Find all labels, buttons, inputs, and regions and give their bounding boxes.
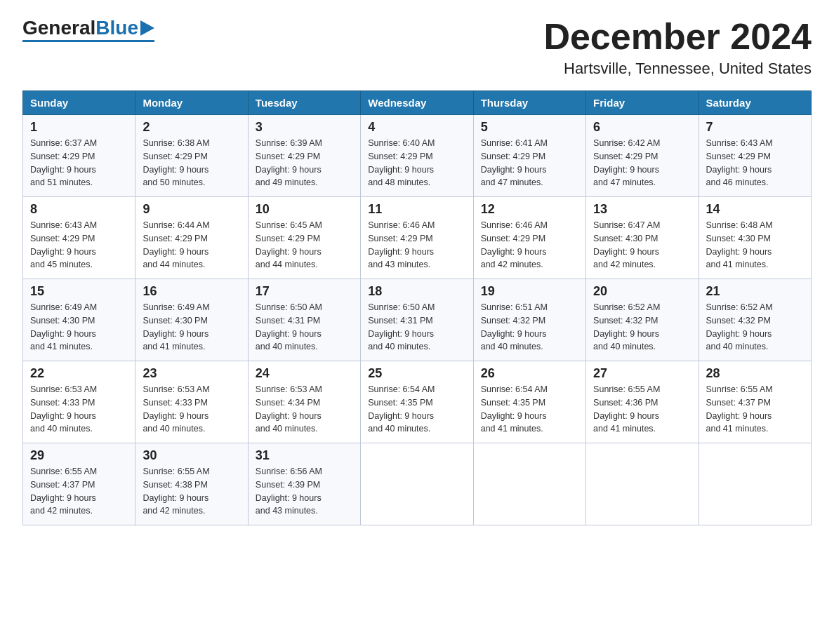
weekday-header-wednesday: Wednesday	[361, 91, 473, 115]
calendar-cell: 19Sunrise: 6:51 AMSunset: 4:32 PMDayligh…	[473, 279, 585, 361]
calendar-title: December 2024	[543, 17, 812, 57]
calendar-cell: 9Sunrise: 6:44 AMSunset: 4:29 PMDaylight…	[135, 197, 248, 279]
logo-blue-text: Blue	[95, 17, 138, 39]
calendar-cell: 17Sunrise: 6:50 AMSunset: 4:31 PMDayligh…	[248, 279, 360, 361]
day-number: 19	[481, 284, 578, 299]
calendar-cell: 21Sunrise: 6:52 AMSunset: 4:32 PMDayligh…	[699, 279, 811, 361]
calendar-week-row: 8Sunrise: 6:43 AMSunset: 4:29 PMDaylight…	[23, 197, 812, 279]
day-info: Sunrise: 6:52 AMSunset: 4:32 PMDaylight:…	[706, 301, 804, 354]
day-info: Sunrise: 6:39 AMSunset: 4:29 PMDaylight:…	[256, 137, 353, 189]
day-info: Sunrise: 6:50 AMSunset: 4:31 PMDaylight:…	[368, 301, 465, 354]
calendar-table: SundayMondayTuesdayWednesdayThursdayFrid…	[22, 90, 812, 525]
day-number: 29	[30, 448, 128, 463]
day-number: 13	[593, 202, 691, 217]
calendar-cell: 16Sunrise: 6:49 AMSunset: 4:30 PMDayligh…	[135, 279, 248, 361]
calendar-cell: 22Sunrise: 6:53 AMSunset: 4:33 PMDayligh…	[23, 361, 135, 443]
day-number: 15	[30, 284, 128, 299]
calendar-cell: 29Sunrise: 6:55 AMSunset: 4:37 PMDayligh…	[23, 443, 135, 525]
day-number: 23	[143, 366, 240, 381]
calendar-cell: 26Sunrise: 6:54 AMSunset: 4:35 PMDayligh…	[473, 361, 585, 443]
day-number: 31	[256, 448, 353, 463]
weekday-header-row: SundayMondayTuesdayWednesdayThursdayFrid…	[23, 91, 812, 115]
day-info: Sunrise: 6:53 AMSunset: 4:34 PMDaylight:…	[256, 383, 353, 436]
day-number: 24	[256, 366, 353, 381]
day-info: Sunrise: 6:46 AMSunset: 4:29 PMDaylight:…	[481, 219, 578, 271]
calendar-week-row: 1Sunrise: 6:37 AMSunset: 4:29 PMDaylight…	[23, 115, 812, 197]
calendar-cell: 1Sunrise: 6:37 AMSunset: 4:29 PMDaylight…	[23, 115, 135, 197]
day-info: Sunrise: 6:49 AMSunset: 4:30 PMDaylight:…	[30, 301, 128, 354]
calendar-title-block: December 2024 Hartsville, Tennessee, Uni…	[543, 17, 812, 78]
calendar-cell: 14Sunrise: 6:48 AMSunset: 4:30 PMDayligh…	[699, 197, 811, 279]
day-number: 25	[368, 366, 465, 381]
calendar-cell: 18Sunrise: 6:50 AMSunset: 4:31 PMDayligh…	[361, 279, 473, 361]
day-info: Sunrise: 6:53 AMSunset: 4:33 PMDaylight:…	[30, 383, 128, 436]
logo-arrow-icon	[140, 20, 154, 36]
day-number: 16	[143, 284, 240, 299]
calendar-cell	[361, 443, 473, 525]
calendar-cell: 23Sunrise: 6:53 AMSunset: 4:33 PMDayligh…	[135, 361, 248, 443]
day-number: 9	[143, 202, 240, 217]
calendar-week-row: 29Sunrise: 6:55 AMSunset: 4:37 PMDayligh…	[23, 443, 812, 525]
day-number: 18	[368, 284, 465, 299]
day-number: 30	[143, 448, 240, 463]
day-info: Sunrise: 6:54 AMSunset: 4:35 PMDaylight:…	[481, 383, 578, 436]
logo-underline	[22, 40, 154, 42]
day-number: 2	[143, 120, 240, 135]
day-info: Sunrise: 6:42 AMSunset: 4:29 PMDaylight:…	[593, 137, 691, 189]
day-info: Sunrise: 6:43 AMSunset: 4:29 PMDaylight:…	[706, 137, 804, 189]
day-number: 3	[256, 120, 353, 135]
day-info: Sunrise: 6:55 AMSunset: 4:37 PMDaylight:…	[30, 465, 128, 518]
day-info: Sunrise: 6:55 AMSunset: 4:37 PMDaylight:…	[706, 383, 804, 436]
calendar-cell: 4Sunrise: 6:40 AMSunset: 4:29 PMDaylight…	[361, 115, 473, 197]
day-number: 7	[706, 120, 804, 135]
day-info: Sunrise: 6:38 AMSunset: 4:29 PMDaylight:…	[143, 137, 240, 189]
day-number: 12	[481, 202, 578, 217]
day-info: Sunrise: 6:48 AMSunset: 4:30 PMDaylight:…	[706, 219, 804, 271]
calendar-cell: 20Sunrise: 6:52 AMSunset: 4:32 PMDayligh…	[586, 279, 699, 361]
calendar-week-row: 22Sunrise: 6:53 AMSunset: 4:33 PMDayligh…	[23, 361, 812, 443]
weekday-header-sunday: Sunday	[23, 91, 135, 115]
day-info: Sunrise: 6:37 AMSunset: 4:29 PMDaylight:…	[30, 137, 128, 189]
calendar-cell: 6Sunrise: 6:42 AMSunset: 4:29 PMDaylight…	[586, 115, 699, 197]
calendar-cell: 8Sunrise: 6:43 AMSunset: 4:29 PMDaylight…	[23, 197, 135, 279]
svg-marker-0	[140, 20, 154, 36]
logo-general-text: General	[22, 17, 95, 39]
day-number: 26	[481, 366, 578, 381]
day-number: 4	[368, 120, 465, 135]
day-info: Sunrise: 6:41 AMSunset: 4:29 PMDaylight:…	[481, 137, 578, 189]
day-number: 11	[368, 202, 465, 217]
calendar-cell	[586, 443, 699, 525]
day-info: Sunrise: 6:53 AMSunset: 4:33 PMDaylight:…	[143, 383, 240, 436]
weekday-header-saturday: Saturday	[699, 91, 811, 115]
calendar-cell: 31Sunrise: 6:56 AMSunset: 4:39 PMDayligh…	[248, 443, 360, 525]
calendar-cell	[473, 443, 585, 525]
calendar-cell: 5Sunrise: 6:41 AMSunset: 4:29 PMDaylight…	[473, 115, 585, 197]
day-number: 22	[30, 366, 128, 381]
day-info: Sunrise: 6:50 AMSunset: 4:31 PMDaylight:…	[256, 301, 353, 354]
day-info: Sunrise: 6:44 AMSunset: 4:29 PMDaylight:…	[143, 219, 240, 271]
calendar-cell: 28Sunrise: 6:55 AMSunset: 4:37 PMDayligh…	[699, 361, 811, 443]
calendar-cell: 11Sunrise: 6:46 AMSunset: 4:29 PMDayligh…	[361, 197, 473, 279]
calendar-cell: 30Sunrise: 6:55 AMSunset: 4:38 PMDayligh…	[135, 443, 248, 525]
day-number: 28	[706, 366, 804, 381]
day-info: Sunrise: 6:45 AMSunset: 4:29 PMDaylight:…	[256, 219, 353, 271]
day-info: Sunrise: 6:55 AMSunset: 4:36 PMDaylight:…	[593, 383, 691, 436]
calendar-body: 1Sunrise: 6:37 AMSunset: 4:29 PMDaylight…	[23, 115, 812, 525]
calendar-header: SundayMondayTuesdayWednesdayThursdayFrid…	[23, 91, 812, 115]
day-info: Sunrise: 6:51 AMSunset: 4:32 PMDaylight:…	[481, 301, 578, 354]
day-info: Sunrise: 6:49 AMSunset: 4:30 PMDaylight:…	[143, 301, 240, 354]
day-number: 27	[593, 366, 691, 381]
calendar-cell: 13Sunrise: 6:47 AMSunset: 4:30 PMDayligh…	[586, 197, 699, 279]
day-info: Sunrise: 6:47 AMSunset: 4:30 PMDaylight:…	[593, 219, 691, 271]
day-info: Sunrise: 6:54 AMSunset: 4:35 PMDaylight:…	[368, 383, 465, 436]
weekday-header-tuesday: Tuesday	[248, 91, 360, 115]
day-number: 6	[593, 120, 691, 135]
calendar-cell	[699, 443, 811, 525]
day-info: Sunrise: 6:43 AMSunset: 4:29 PMDaylight:…	[30, 219, 128, 271]
day-info: Sunrise: 6:55 AMSunset: 4:38 PMDaylight:…	[143, 465, 240, 518]
calendar-cell: 15Sunrise: 6:49 AMSunset: 4:30 PMDayligh…	[23, 279, 135, 361]
calendar-cell: 2Sunrise: 6:38 AMSunset: 4:29 PMDaylight…	[135, 115, 248, 197]
calendar-subtitle: Hartsville, Tennessee, United States	[543, 60, 812, 78]
day-info: Sunrise: 6:56 AMSunset: 4:39 PMDaylight:…	[256, 465, 353, 518]
day-number: 1	[30, 120, 128, 135]
